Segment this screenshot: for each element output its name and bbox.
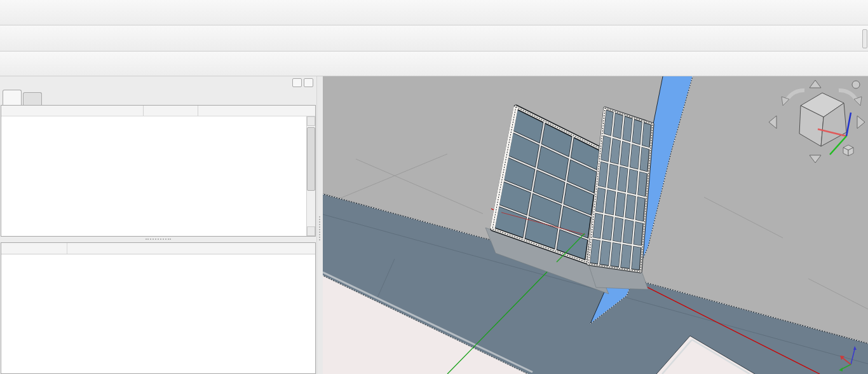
- nav-orbit-toggle[interactable]: [852, 81, 860, 88]
- scrollbar-thumb[interactable]: [307, 127, 315, 191]
- panel-close-button[interactable]: [304, 78, 313, 87]
- nav-mini-cube[interactable]: [843, 145, 853, 156]
- scene-canvas[interactable]: [323, 76, 868, 374]
- tab-tasks[interactable]: [23, 92, 42, 105]
- scrollbar-track[interactable]: [307, 126, 315, 226]
- scroll-down-icon[interactable]: [307, 226, 315, 236]
- scroll-up-icon[interactable]: [307, 116, 315, 126]
- tree-column-headers: [1, 106, 315, 116]
- property-column-headers: [1, 243, 315, 254]
- tree-header-description[interactable]: [144, 106, 198, 116]
- tree-scrollbar[interactable]: [306, 116, 315, 236]
- tree-body: [1, 116, 315, 236]
- viewport-3d[interactable]: [323, 76, 868, 374]
- property-list-empty[interactable]: [1, 254, 315, 373]
- combo-view-panel: [0, 76, 316, 374]
- property-header[interactable]: [1, 243, 67, 254]
- toolbar-extension-handle[interactable]: [862, 29, 867, 48]
- tab-model[interactable]: [3, 90, 22, 105]
- tree-header-labels[interactable]: [1, 106, 144, 116]
- value-header[interactable]: [67, 243, 315, 254]
- panel-splitter-vertical[interactable]: [316, 76, 323, 374]
- combo-view-tabs: [0, 89, 316, 105]
- model-tree: [1, 105, 316, 237]
- panel-float-button[interactable]: [292, 78, 302, 87]
- toolbar-row-1: [0, 0, 868, 25]
- panel-splitter-horizontal[interactable]: [0, 237, 316, 242]
- combo-view-titlebar: [0, 76, 316, 89]
- property-editor: [1, 242, 316, 374]
- toolbar-row-2: [0, 25, 868, 52]
- main-area: [0, 76, 868, 374]
- toolbar-row-3: [0, 52, 868, 76]
